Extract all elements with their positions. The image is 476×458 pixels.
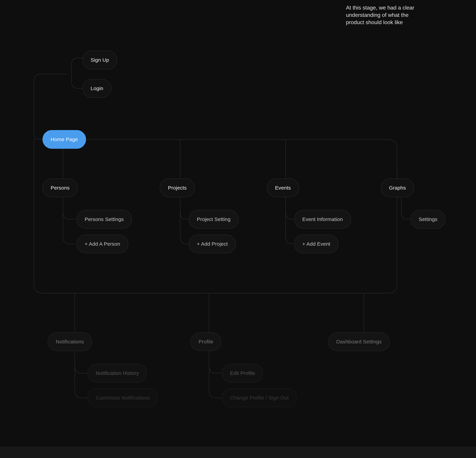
node-change-profile-signout[interactable]: Change Profile / Sign Out — [222, 389, 297, 407]
node-projects[interactable]: Projects — [160, 178, 195, 197]
node-project-setting[interactable]: Project Setting — [189, 210, 239, 229]
node-graphs-settings[interactable]: Settings — [410, 210, 446, 229]
node-home-page[interactable]: Home Page — [42, 130, 86, 149]
caption-text: At this stage, we had a clear understand… — [346, 4, 427, 26]
node-notification-history[interactable]: Notification History — [87, 364, 147, 382]
node-login[interactable]: Login — [83, 79, 111, 98]
node-customize-notifications[interactable]: Customize Notifications — [87, 389, 158, 407]
node-add-project[interactable]: + Add Project — [189, 235, 236, 253]
node-persons-settings[interactable]: Persons Settings — [76, 210, 132, 229]
node-dashboard-settings[interactable]: Dashboard Settings — [328, 332, 390, 351]
node-add-event[interactable]: + Add Event — [294, 235, 339, 253]
footer-bar — [0, 447, 476, 458]
node-edit-profile[interactable]: Edit Profile — [222, 364, 263, 382]
node-events[interactable]: Events — [267, 178, 299, 197]
node-persons[interactable]: Persons — [42, 178, 78, 197]
node-signup[interactable]: Sign Up — [83, 51, 117, 69]
node-graphs[interactable]: Graphs — [381, 178, 414, 197]
node-profile[interactable]: Profile — [190, 332, 221, 351]
node-event-information[interactable]: Event Information — [294, 210, 351, 229]
sitemap-diagram: At this stage, we had a clear understand… — [0, 0, 476, 458]
node-add-person[interactable]: + Add A Person — [76, 235, 128, 253]
node-notifications[interactable]: Notifications — [48, 332, 92, 351]
